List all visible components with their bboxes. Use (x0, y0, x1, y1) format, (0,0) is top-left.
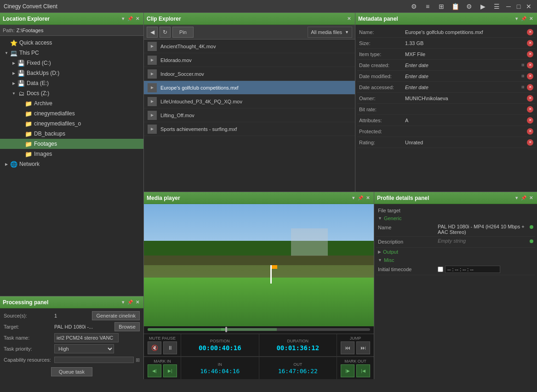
tree-item-data-e[interactable]: ▶ 💾 Data (E:) (0, 78, 143, 88)
clear-field-button[interactable]: ✕ (527, 73, 533, 80)
pin-down-icon[interactable]: ▾ (120, 299, 126, 306)
calendar-icon[interactable]: ⊞ (520, 62, 526, 68)
minimize-btn[interactable]: ─ (504, 1, 513, 11)
close-panel-icon[interactable]: ✕ (528, 195, 534, 201)
clear-field-button[interactable]: ✕ (527, 40, 533, 46)
clear-field-button[interactable]: ✕ (527, 139, 533, 146)
green-dot-indicator (530, 239, 533, 243)
pin-down-icon[interactable]: ▾ (513, 16, 520, 22)
tree-item-footages[interactable]: 📁 Footages (0, 139, 143, 149)
clip-item[interactable]: ▶ Lifting_Off.mov (144, 108, 355, 122)
location-explorer-title: Location Explorer (3, 16, 120, 22)
gear-icon[interactable]: ⚙ (407, 1, 420, 11)
pin-icon[interactable]: 📌 (357, 195, 364, 201)
tree-item-db-backups[interactable]: 📁 DB_backups (0, 129, 143, 139)
expand-arrow (18, 151, 24, 157)
list-icon[interactable]: ☰ (490, 1, 503, 11)
mark-out-button[interactable]: |▶ (341, 364, 354, 377)
clip-item[interactable]: ▶ Indoor_Soccer.mov (144, 67, 355, 81)
mute-button[interactable]: 🔇 (148, 341, 161, 354)
browse-button[interactable]: Browse (114, 322, 140, 331)
tree-item-fixed-c[interactable]: ▶ 💾 Fixed (C:) (0, 58, 143, 68)
menu-icon[interactable]: ≡ (421, 1, 434, 11)
timecode-input[interactable] (445, 266, 500, 273)
close-panel-icon[interactable]: ✕ (134, 16, 141, 22)
star-icon: ⭐ (10, 39, 17, 46)
pin-down-icon[interactable]: ▾ (513, 195, 520, 201)
close-clip-explorer-icon[interactable]: ✕ (346, 16, 352, 22)
clip-item[interactable]: ▶ Eldorado.mov (144, 53, 355, 67)
calendar-icon[interactable]: ⊞ (520, 73, 526, 80)
clip-item[interactable]: ▶ LifeUntouched_P3_4K_PQ_XQ.mov (144, 95, 355, 108)
clear-field-button[interactable]: ✕ (527, 95, 533, 102)
pause-button[interactable]: ⏸ (163, 341, 177, 354)
close-btn[interactable]: ✕ (524, 1, 533, 11)
task-priority-select[interactable]: Low Normal High Urgent (54, 344, 114, 353)
mark-in-set-button[interactable]: ▶| (163, 364, 177, 377)
close-panel-icon[interactable]: ✕ (365, 195, 371, 201)
meta-val: MUNICH\nikolaeva (405, 96, 527, 101)
tree-item-backups-d[interactable]: ▶ 💾 BackUps (D:) (0, 68, 143, 78)
scrubber-bar[interactable] (144, 326, 374, 334)
pin-icon[interactable]: 📌 (520, 16, 527, 22)
tree-item-quick-access[interactable]: ⭐ Quick access (0, 38, 143, 48)
video-area[interactable] (144, 204, 374, 326)
video-thumbnail (144, 204, 374, 326)
tools-icon[interactable]: ⚙ (463, 1, 475, 11)
filter-dropdown[interactable]: All media files ▼ (308, 27, 352, 38)
clip-item[interactable]: ▶ AncientThought_4K.mov (144, 40, 355, 53)
play-icon[interactable]: ▶ (476, 1, 489, 11)
calendar-icon[interactable]: ⊞ (520, 84, 526, 91)
mark-in-button[interactable]: ◀| (148, 364, 161, 377)
description-input[interactable] (438, 238, 528, 244)
pin-icon[interactable]: 📌 (127, 299, 133, 306)
generate-cinelink-button[interactable]: Generate cinelink (92, 311, 140, 320)
pin-down-icon[interactable]: ▾ (120, 16, 126, 22)
maximize-btn[interactable]: □ (514, 1, 523, 11)
pin-icon[interactable]: 📌 (520, 195, 527, 201)
tree-item-this-pc[interactable]: ▼ 💻 This PC (0, 48, 143, 58)
clip-item[interactable]: ▶ Sports achievements - surfing.mxf (144, 122, 355, 136)
close-panel-icon[interactable]: ✕ (134, 299, 141, 306)
nav-back-button[interactable]: ◀ (147, 27, 158, 38)
section-output-header[interactable]: ▶ Output (376, 248, 535, 256)
scrubber-track[interactable] (148, 328, 370, 331)
timecode-checkbox[interactable] (438, 267, 443, 272)
nav-refresh-button[interactable]: ↻ (160, 27, 171, 38)
clear-field-button[interactable]: ✕ (527, 106, 533, 113)
pin-icon[interactable]: 📌 (127, 16, 133, 22)
path-value[interactable]: Z:\Footages (17, 28, 44, 33)
section-misc-header[interactable]: ▼ Misc (376, 256, 535, 264)
clip-item-selected[interactable]: ▶ Europe's golfclub competitions.mxf (144, 81, 355, 95)
scrubber-thumb[interactable] (225, 327, 227, 332)
capability-slider[interactable] (54, 357, 134, 363)
tree-item-archive[interactable]: 📁 Archive (0, 98, 143, 108)
jump-start-button[interactable]: ⏮ (341, 341, 354, 354)
pin-down-icon[interactable]: ▾ (350, 195, 356, 201)
queue-task-button[interactable]: Queue task (51, 367, 92, 376)
tree-item-network[interactable]: ▶ 🌐 Network (0, 159, 143, 169)
clip-name: Indoor_Soccer.mov (160, 71, 204, 77)
clear-field-button[interactable]: ✕ (527, 128, 533, 135)
grid-icon[interactable]: ⊞ (435, 1, 448, 11)
task-name-input[interactable] (54, 333, 119, 342)
mark-in-section: MARK IN ◀| ▶| (144, 357, 181, 379)
clear-field-button[interactable]: ✕ (527, 62, 533, 68)
clear-field-button[interactable]: ✕ (527, 51, 533, 57)
tree-item-cinegymediafiles-o[interactable]: 📁 cinegymediafiles_o (0, 119, 143, 129)
tree-item-cinegymediafiles[interactable]: 📁 cinegymediafiles (0, 108, 143, 119)
clear-field-button[interactable]: ✕ (527, 84, 533, 91)
clear-field-button[interactable]: ✕ (527, 29, 533, 35)
tree-item-images[interactable]: 📁 Images (0, 149, 143, 159)
profile-panel-controls: ▾ 📌 ✕ (513, 195, 534, 201)
task-priority-label: Task priority: (4, 346, 54, 352)
clipboard-icon[interactable]: 📋 (449, 1, 462, 11)
jump-end-button[interactable]: ⏭ (356, 341, 370, 354)
pin-button[interactable]: Pin (172, 27, 194, 38)
close-panel-icon[interactable]: ✕ (528, 16, 534, 22)
section-generic-header[interactable]: ▼ Generic (376, 214, 535, 222)
folder-icon: 📁 (25, 140, 32, 148)
clear-field-button[interactable]: ✕ (527, 117, 533, 124)
tree-item-docs-z[interactable]: ▼ 🗂 Docs (Z:) (0, 88, 143, 98)
mark-out-set-button[interactable]: |◀ (356, 364, 370, 377)
